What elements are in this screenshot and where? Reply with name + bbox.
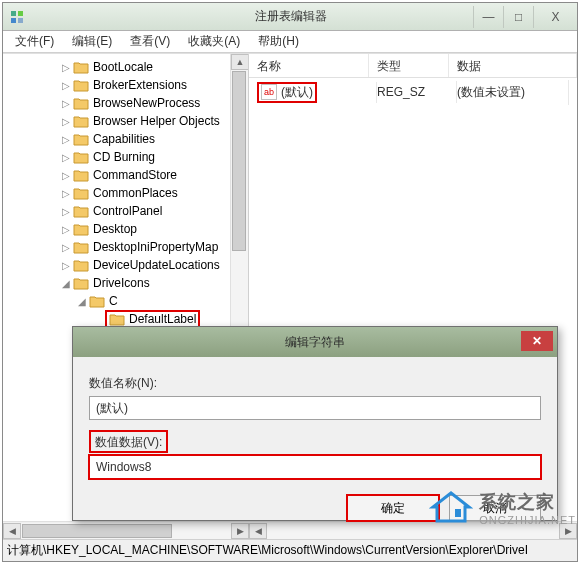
expander-icon[interactable]: ◢ [59, 278, 73, 289]
svg-rect-0 [11, 11, 16, 16]
expander-icon[interactable]: ▷ [59, 188, 73, 199]
expander-icon[interactable]: ▷ [59, 80, 73, 91]
statusbar: 计算机\HKEY_LOCAL_MACHINE\SOFTWARE\Microsof… [3, 539, 577, 561]
folder-icon [73, 222, 89, 236]
expander-icon[interactable]: ▷ [59, 242, 73, 253]
folder-icon [73, 132, 89, 146]
tree-item[interactable]: ▷Capabilities [3, 130, 248, 148]
window-controls: — □ X [473, 6, 577, 28]
column-data[interactable]: 数据 [449, 54, 577, 77]
menubar: 文件(F) 编辑(E) 查看(V) 收藏夹(A) 帮助(H) [3, 31, 577, 53]
name-label: 数值名称(N): [89, 375, 541, 392]
folder-icon [73, 168, 89, 182]
column-name[interactable]: 名称 [249, 54, 369, 77]
tree-item[interactable]: ▷BrokerExtensions [3, 76, 248, 94]
menu-help[interactable]: 帮助(H) [250, 31, 307, 52]
menu-file[interactable]: 文件(F) [7, 31, 62, 52]
expander-icon[interactable]: ▷ [59, 260, 73, 271]
tree-label: CD Burning [93, 150, 155, 164]
tree-label: DesktopIniPropertyMap [93, 240, 218, 254]
close-button[interactable]: X [533, 6, 577, 28]
tree-label: Desktop [93, 222, 137, 236]
scroll-left-button[interactable]: ◀ [3, 523, 21, 539]
folder-icon [73, 258, 89, 272]
list-row[interactable]: ab (默认) REG_SZ (数值未设置) [257, 82, 569, 102]
data-input[interactable] [89, 455, 541, 479]
tree-item[interactable]: ◢C [3, 292, 248, 310]
cancel-button[interactable]: 取消 [449, 495, 541, 521]
menu-favorites[interactable]: 收藏夹(A) [180, 31, 248, 52]
value-type: REG_SZ [377, 81, 457, 103]
tree-label: Browser Helper Objects [93, 114, 220, 128]
tree-item[interactable]: ▷CommonPlaces [3, 184, 248, 202]
tree-label: C [109, 294, 118, 308]
expander-icon[interactable]: ▷ [59, 206, 73, 217]
tree-label: DeviceUpdateLocations [93, 258, 220, 272]
dialog-title: 编辑字符串 [285, 334, 345, 351]
value-data: (数值未设置) [457, 80, 569, 105]
folder-icon [73, 114, 89, 128]
maximize-button[interactable]: □ [503, 6, 533, 28]
ok-button[interactable]: 确定 [347, 495, 439, 521]
tree-item[interactable]: ▷BootLocale [3, 58, 248, 76]
svg-rect-1 [18, 11, 23, 16]
tree-item[interactable]: ▷CommandStore [3, 166, 248, 184]
tree-item[interactable]: ▷BrowseNewProcess [3, 94, 248, 112]
tree-label: DriveIcons [93, 276, 150, 290]
svg-rect-3 [18, 18, 23, 23]
folder-icon [73, 150, 89, 164]
folder-icon [89, 294, 105, 308]
name-input[interactable] [89, 396, 541, 420]
tree-label: CommonPlaces [93, 186, 178, 200]
tree-item[interactable]: ▷DesktopIniPropertyMap [3, 238, 248, 256]
expander-icon[interactable]: ▷ [59, 170, 73, 181]
menu-view[interactable]: 查看(V) [122, 31, 178, 52]
data-label: 数值数据(V): [95, 434, 162, 451]
folder-icon [73, 240, 89, 254]
folder-icon [73, 60, 89, 74]
app-icon [9, 9, 25, 25]
expander-icon[interactable]: ▷ [59, 152, 73, 163]
scroll-right-button[interactable]: ▶ [559, 523, 577, 539]
menu-edit[interactable]: 编辑(E) [64, 31, 120, 52]
svg-rect-2 [11, 18, 16, 23]
folder-icon [109, 312, 125, 326]
string-value-icon: ab [261, 84, 277, 100]
folder-icon [73, 96, 89, 110]
expander-icon[interactable]: ▷ [59, 116, 73, 127]
dialog-close-button[interactable]: ✕ [521, 331, 553, 351]
tree-item[interactable]: ▷ControlPanel [3, 202, 248, 220]
minimize-button[interactable]: — [473, 6, 503, 28]
edit-string-dialog: 编辑字符串 ✕ 数值名称(N): 数值数据(V): 确定 取消 [72, 326, 558, 521]
tree-label: BrokerExtensions [93, 78, 187, 92]
tree-item[interactable]: ◢DriveIcons [3, 274, 248, 292]
tree-item[interactable]: ▷CD Burning [3, 148, 248, 166]
expander-icon[interactable]: ▷ [59, 98, 73, 109]
scroll-thumb[interactable] [232, 71, 246, 251]
tree-label: BrowseNewProcess [93, 96, 200, 110]
list-header: 名称 类型 数据 [249, 54, 577, 78]
tree-label: BootLocale [93, 60, 153, 74]
tree-label: ControlPanel [93, 204, 162, 218]
expander-icon[interactable]: ▷ [59, 134, 73, 145]
tree-item[interactable]: ▷Browser Helper Objects [3, 112, 248, 130]
scroll-up-button[interactable]: ▲ [231, 54, 249, 70]
expander-icon[interactable]: ◢ [75, 296, 89, 307]
expander-icon[interactable]: ▷ [59, 62, 73, 73]
value-name: (默认) [281, 84, 313, 101]
folder-icon [73, 276, 89, 290]
tree-label: DefaultLabel [129, 312, 196, 326]
tree-item[interactable]: ▷DeviceUpdateLocations [3, 256, 248, 274]
tree-item[interactable]: ▷Desktop [3, 220, 248, 238]
titlebar[interactable]: 注册表编辑器 — □ X [3, 3, 577, 31]
folder-icon [73, 186, 89, 200]
tree-label: CommandStore [93, 168, 177, 182]
folder-icon [73, 204, 89, 218]
expander-icon[interactable]: ▷ [59, 224, 73, 235]
tree-label: Capabilities [93, 132, 155, 146]
column-type[interactable]: 类型 [369, 54, 449, 77]
folder-icon [73, 78, 89, 92]
dialog-titlebar[interactable]: 编辑字符串 ✕ [73, 327, 557, 357]
